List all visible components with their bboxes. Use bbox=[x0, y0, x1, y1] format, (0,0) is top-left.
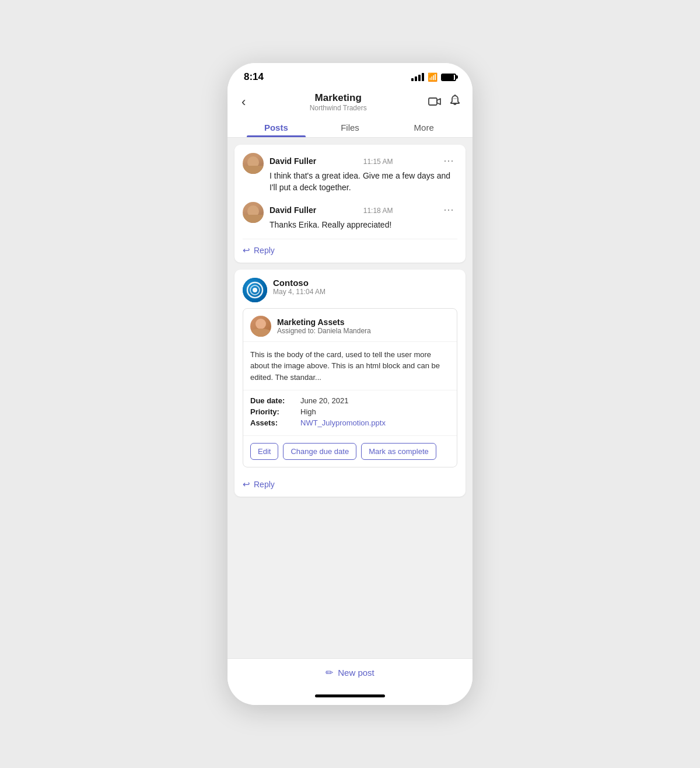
sender-name-1: David Fuller bbox=[270, 156, 316, 166]
reply-button-1[interactable]: Reply bbox=[254, 246, 275, 255]
reply-row-1: ↩ Reply bbox=[243, 239, 457, 263]
message-time-2: 11:18 AM bbox=[363, 207, 393, 215]
task-title-block: Marketing Assets Assigned to: Daniela Ma… bbox=[277, 317, 371, 335]
task-avatar bbox=[250, 316, 271, 337]
avatar-david-2 bbox=[243, 202, 264, 223]
new-post-icon: ✏ bbox=[326, 667, 333, 678]
priority-value: High bbox=[300, 407, 316, 416]
phone-frame: 8:14 📶 ‹ Marketing Northwi bbox=[228, 63, 473, 705]
status-bar: 8:14 📶 bbox=[228, 63, 473, 85]
tab-files[interactable]: Files bbox=[313, 117, 387, 137]
tabs-row: Posts Files More bbox=[239, 117, 461, 137]
contoso-meta: Contoso May 4, 11:04 AM bbox=[273, 278, 326, 296]
task-detail-assets: Assets: NWT_Julypromotion.pptx bbox=[250, 418, 450, 427]
new-post-label: New post bbox=[338, 668, 374, 678]
battery-icon bbox=[441, 74, 456, 81]
mark-complete-button[interactable]: Mark as complete bbox=[361, 443, 436, 460]
reply-icon-2: ↩ bbox=[243, 479, 250, 490]
priority-label: Priority: bbox=[250, 407, 297, 416]
status-icons: 📶 bbox=[411, 72, 456, 82]
task-actions: Edit Change due date Mark as complete bbox=[243, 436, 457, 467]
task-title: Marketing Assets bbox=[277, 317, 371, 327]
task-assigned: Assigned to: Daniela Mandera bbox=[277, 327, 371, 335]
new-post-bar[interactable]: ✏ New post bbox=[228, 658, 473, 686]
message-text-2: Thanks Erika. Really appreciated! bbox=[270, 219, 457, 231]
reply-icon-1: ↩ bbox=[243, 245, 250, 256]
task-card: Marketing Assets Assigned to: Daniela Ma… bbox=[243, 308, 457, 468]
tab-posts[interactable]: Posts bbox=[239, 117, 313, 137]
edit-button[interactable]: Edit bbox=[250, 443, 278, 460]
message-header-1: David Fuller 11:15 AM ⋯ bbox=[270, 153, 457, 168]
change-due-date-button[interactable]: Change due date bbox=[283, 443, 356, 460]
video-icon[interactable] bbox=[428, 96, 441, 109]
message-body-2: David Fuller 11:18 AM ⋯ Thanks Erika. Re… bbox=[270, 202, 457, 231]
reply-row-2: ↩ Reply bbox=[235, 473, 466, 497]
task-header: Marketing Assets Assigned to: Daniela Ma… bbox=[243, 309, 457, 342]
task-detail-due-date: Due date: June 20, 2021 bbox=[250, 396, 450, 405]
message-time-1: 11:15 AM bbox=[363, 158, 393, 166]
sender-name-2: David Fuller bbox=[270, 205, 316, 215]
channel-subtitle: Northwind Traders bbox=[248, 104, 428, 112]
reply-button-2[interactable]: Reply bbox=[254, 480, 275, 489]
message-thread-card: David Fuller 11:15 AM ⋯ I think that's a… bbox=[235, 145, 466, 263]
contoso-date: May 4, 11:04 AM bbox=[273, 288, 326, 296]
signal-icon bbox=[411, 73, 424, 81]
home-indicator bbox=[228, 686, 473, 705]
app-header: ‹ Marketing Northwind Traders bbox=[228, 85, 473, 138]
wifi-icon: 📶 bbox=[428, 72, 438, 82]
svg-point-7 bbox=[253, 288, 257, 292]
contoso-name: Contoso bbox=[273, 278, 326, 288]
contoso-card: Contoso May 4, 11:04 AM Marketing Assets… bbox=[235, 270, 466, 497]
header-row: ‹ Marketing Northwind Traders bbox=[239, 90, 461, 117]
task-body: This is the body of the card, used to te… bbox=[243, 342, 457, 391]
contoso-header: Contoso May 4, 11:04 AM bbox=[235, 270, 466, 308]
due-date-label: Due date: bbox=[250, 396, 297, 405]
due-date-value: June 20, 2021 bbox=[300, 396, 348, 405]
message-item-1: David Fuller 11:15 AM ⋯ I think that's a… bbox=[243, 153, 457, 194]
message-more-button-2[interactable]: ⋯ bbox=[440, 202, 457, 217]
svg-rect-0 bbox=[429, 98, 437, 105]
tab-more[interactable]: More bbox=[387, 117, 461, 137]
task-details: Due date: June 20, 2021 Priority: High A… bbox=[243, 390, 457, 436]
message-text-1: I think that's a great idea. Give me a f… bbox=[270, 170, 457, 194]
message-item-2: David Fuller 11:18 AM ⋯ Thanks Erika. Re… bbox=[243, 202, 457, 231]
message-more-button-1[interactable]: ⋯ bbox=[440, 153, 457, 168]
channel-title: Marketing bbox=[248, 92, 428, 104]
message-header-2: David Fuller 11:18 AM ⋯ bbox=[270, 202, 457, 217]
header-title-block: Marketing Northwind Traders bbox=[248, 92, 428, 112]
message-body-1: David Fuller 11:15 AM ⋯ I think that's a… bbox=[270, 153, 457, 194]
bell-icon[interactable] bbox=[449, 95, 461, 110]
contoso-avatar bbox=[243, 278, 267, 302]
assets-link[interactable]: NWT_Julypromotion.pptx bbox=[300, 418, 386, 427]
home-bar bbox=[315, 694, 385, 697]
header-actions bbox=[428, 95, 461, 110]
back-button[interactable]: ‹ bbox=[239, 92, 248, 112]
assets-label: Assets: bbox=[250, 418, 297, 427]
avatar-david-1 bbox=[243, 153, 264, 174]
task-detail-priority: Priority: High bbox=[250, 407, 450, 416]
status-time: 8:14 bbox=[244, 71, 264, 83]
outer-background: 8:14 📶 ‹ Marketing Northwi bbox=[0, 0, 700, 768]
content-area: David Fuller 11:15 AM ⋯ I think that's a… bbox=[228, 138, 473, 658]
